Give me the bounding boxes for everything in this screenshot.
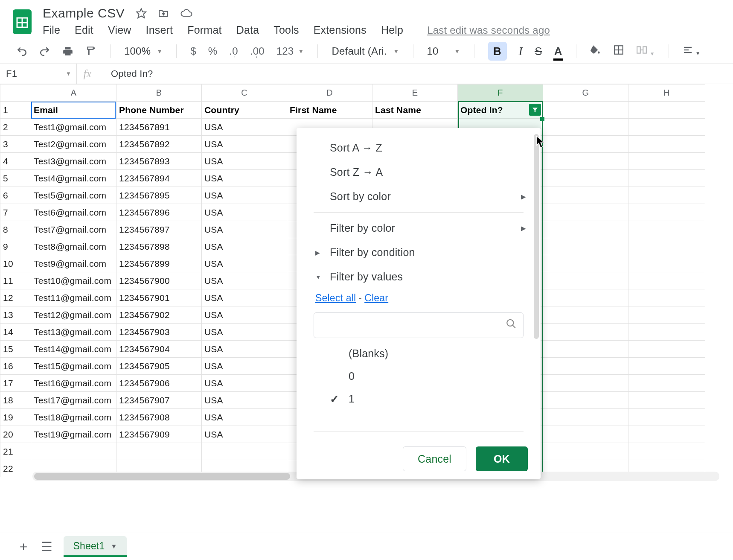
- menu-data[interactable]: Data: [236, 24, 259, 36]
- cell-B5[interactable]: 1234567894: [116, 170, 202, 187]
- cell-A5[interactable]: Test4@gmail.com: [31, 170, 116, 187]
- decrease-decimal-button[interactable]: .0←: [229, 45, 238, 57]
- cancel-button[interactable]: Cancel: [403, 446, 466, 471]
- sheet-tab-caret-icon[interactable]: ▼: [111, 542, 117, 550]
- doc-title[interactable]: Example CSV: [43, 6, 125, 20]
- filter-value-blanks[interactable]: (Blanks): [297, 342, 541, 365]
- popup-scrollbar[interactable]: [534, 134, 539, 423]
- cell-H19[interactable]: [628, 409, 705, 426]
- filter-by-color[interactable]: Filter by color: [297, 216, 541, 240]
- row-header[interactable]: 15: [0, 341, 31, 358]
- zoom-dropdown[interactable]: 100%▼: [124, 45, 163, 57]
- cell-A15[interactable]: Test14@gmail.com: [31, 341, 116, 358]
- cell-A21[interactable]: [31, 443, 116, 460]
- row-header[interactable]: 1: [0, 102, 31, 119]
- col-header-C[interactable]: C: [202, 85, 287, 102]
- row-header[interactable]: 4: [0, 153, 31, 170]
- col-header-A[interactable]: A: [31, 85, 116, 102]
- cell-G6[interactable]: [543, 187, 628, 204]
- cell-B9[interactable]: 1234567898: [116, 238, 202, 255]
- cell-G8[interactable]: [543, 221, 628, 238]
- select-all-link[interactable]: Select all: [315, 292, 356, 303]
- undo-icon[interactable]: [16, 46, 27, 57]
- cell-G20[interactable]: [543, 426, 628, 443]
- cell-C2[interactable]: USA: [202, 119, 287, 136]
- move-folder-icon[interactable]: [158, 8, 169, 19]
- cell-C10[interactable]: USA: [202, 255, 287, 272]
- cell-B12[interactable]: 1234567901: [116, 289, 202, 306]
- popup-scroll-thumb[interactable]: [534, 134, 539, 339]
- cell-C8[interactable]: USA: [202, 221, 287, 238]
- cell-A1[interactable]: Email: [31, 102, 116, 119]
- cell-A2[interactable]: Test1@gmail.com: [31, 119, 116, 136]
- cell-B15[interactable]: 1234567904: [116, 341, 202, 358]
- cell-C5[interactable]: USA: [202, 170, 287, 187]
- menu-file[interactable]: File: [43, 24, 60, 36]
- sort-za[interactable]: Sort Z → A: [297, 160, 541, 184]
- cell-H16[interactable]: [628, 358, 705, 375]
- filter-search-input[interactable]: [314, 312, 524, 338]
- borders-icon[interactable]: [613, 44, 624, 58]
- cell-H13[interactable]: [628, 306, 705, 324]
- bold-button[interactable]: B: [488, 42, 507, 61]
- cell-C20[interactable]: USA: [202, 426, 287, 443]
- cell-H2[interactable]: [628, 119, 705, 136]
- cell-A9[interactable]: Test8@gmail.com: [31, 238, 116, 255]
- menu-tools[interactable]: Tools: [273, 24, 299, 36]
- filter-by-values[interactable]: Filter by values: [297, 265, 541, 289]
- cell-A18[interactable]: Test17@gmail.com: [31, 392, 116, 409]
- cell-C11[interactable]: USA: [202, 272, 287, 289]
- select-all-corner[interactable]: [0, 85, 31, 102]
- italic-button[interactable]: I: [519, 44, 523, 58]
- number-format-dropdown[interactable]: 123▼: [276, 45, 304, 57]
- row-header[interactable]: 8: [0, 221, 31, 238]
- cell-H1[interactable]: [628, 102, 705, 119]
- cell-C7[interactable]: USA: [202, 204, 287, 221]
- row-header[interactable]: 16: [0, 358, 31, 375]
- cloud-status-icon[interactable]: [180, 8, 193, 19]
- cell-A7[interactable]: Test6@gmail.com: [31, 204, 116, 221]
- cell-H14[interactable]: [628, 324, 705, 341]
- cell-B14[interactable]: 1234567903: [116, 324, 202, 341]
- cell-H10[interactable]: [628, 255, 705, 272]
- cell-H18[interactable]: [628, 392, 705, 409]
- filter-value-0[interactable]: 0: [297, 365, 541, 388]
- cell-B6[interactable]: 1234567895: [116, 187, 202, 204]
- cell-H17[interactable]: [628, 375, 705, 392]
- cell-A10[interactable]: Test9@gmail.com: [31, 255, 116, 272]
- menu-help[interactable]: Help: [381, 24, 403, 36]
- filter-icon[interactable]: [529, 104, 541, 116]
- cell-A4[interactable]: Test3@gmail.com: [31, 153, 116, 170]
- cell-C12[interactable]: USA: [202, 289, 287, 306]
- cell-G7[interactable]: [543, 204, 628, 221]
- cell-H3[interactable]: [628, 136, 705, 153]
- cell-H4[interactable]: [628, 153, 705, 170]
- col-header-E[interactable]: E: [372, 85, 458, 102]
- row-header[interactable]: 17: [0, 375, 31, 392]
- cell-A6[interactable]: Test5@gmail.com: [31, 187, 116, 204]
- cell-G16[interactable]: [543, 358, 628, 375]
- cell-G4[interactable]: [543, 153, 628, 170]
- cell-C21[interactable]: [202, 443, 287, 460]
- filter-by-condition[interactable]: Filter by condition: [297, 240, 541, 265]
- cell-A13[interactable]: Test12@gmail.com: [31, 306, 116, 324]
- cell-C3[interactable]: USA: [202, 136, 287, 153]
- col-header-D[interactable]: D: [287, 85, 372, 102]
- formula-input[interactable]: Opted In?: [98, 68, 733, 79]
- row-header[interactable]: 10: [0, 255, 31, 272]
- sort-az[interactable]: Sort A → Z: [297, 136, 541, 160]
- cell-C19[interactable]: USA: [202, 409, 287, 426]
- cell-B10[interactable]: 1234567899: [116, 255, 202, 272]
- ok-button[interactable]: OK: [476, 446, 528, 471]
- cell-G13[interactable]: [543, 306, 628, 324]
- cell-A14[interactable]: Test13@gmail.com: [31, 324, 116, 341]
- cell-B1[interactable]: Phone Number: [116, 102, 202, 119]
- cell-C6[interactable]: USA: [202, 187, 287, 204]
- cell-A3[interactable]: Test2@gmail.com: [31, 136, 116, 153]
- cell-G14[interactable]: [543, 324, 628, 341]
- name-box[interactable]: F1 ▼: [0, 64, 77, 84]
- col-header-H[interactable]: H: [628, 85, 705, 102]
- cell-G12[interactable]: [543, 289, 628, 306]
- merge-cells-icon[interactable]: ▼: [636, 44, 655, 58]
- row-header[interactable]: 18: [0, 392, 31, 409]
